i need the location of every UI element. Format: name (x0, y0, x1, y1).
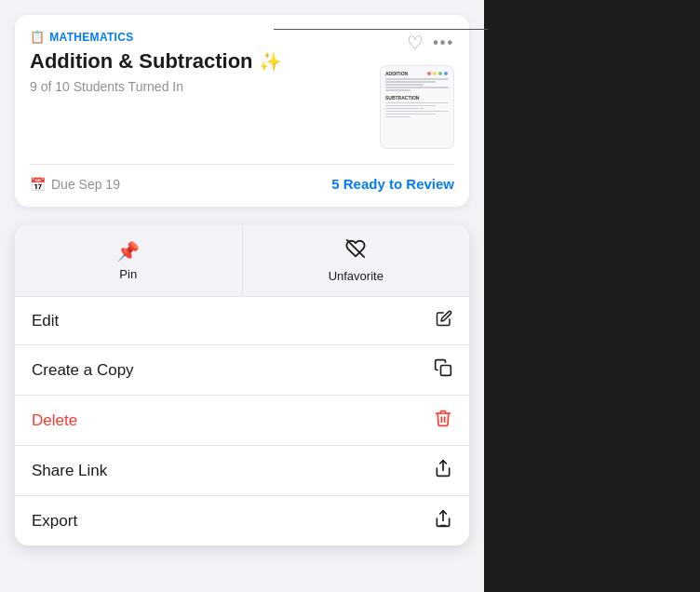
assignment-card: 📋 MATHEMATICS Addition & Subtraction ✨ 9… (15, 15, 469, 207)
worksheet-thumbnail: ADDITION SUBTRACTION (380, 65, 454, 149)
share-icon (434, 459, 452, 482)
export-icon (434, 509, 452, 532)
due-date-text: Due Sep 19 (51, 177, 120, 192)
subject-text: MATHEMATICS (49, 31, 133, 44)
more-options-icon[interactable]: ••• (433, 34, 454, 51)
context-menu: 📌 Pin Unfavorite Edit (15, 225, 469, 545)
assignment-title: Addition & Subtraction ✨ (30, 49, 380, 74)
svg-rect-1 (441, 366, 451, 376)
main-panel: 📋 MATHEMATICS Addition & Subtraction ✨ 9… (0, 0, 484, 592)
students-info: 9 of 10 Students Turned In (30, 79, 380, 94)
unfavorite-button[interactable]: Unfavorite (243, 225, 470, 296)
create-copy-label: Create a Copy (32, 361, 134, 380)
edit-menu-item[interactable]: Edit (15, 297, 469, 345)
card-top: 📋 MATHEMATICS Addition & Subtraction ✨ 9… (30, 30, 454, 149)
card-actions: ♡ ••• (407, 32, 454, 54)
card-bottom: 📅 Due Sep 19 5 Ready to Review (30, 164, 454, 192)
ready-to-review[interactable]: 5 Ready to Review (331, 176, 454, 192)
title-text: Addition & Subtraction (30, 49, 253, 74)
thumbnail-dots (427, 72, 448, 75)
calendar-icon: 📅 (30, 177, 46, 192)
due-date: 📅 Due Sep 19 (30, 177, 120, 192)
heart-icon[interactable]: ♡ (407, 32, 424, 54)
pin-label: Pin (119, 267, 137, 281)
unfavorite-icon (345, 238, 366, 264)
action-row-top: 📌 Pin Unfavorite (15, 225, 469, 297)
edit-icon (436, 310, 452, 331)
card-left: 📋 MATHEMATICS Addition & Subtraction ✨ 9… (30, 30, 380, 94)
export-menu-item[interactable]: Export (15, 496, 469, 545)
create-copy-menu-item[interactable]: Create a Copy (15, 345, 469, 396)
share-link-label: Share Link (32, 462, 107, 480)
sparkle-icon: ✨ (259, 50, 282, 73)
trash-icon (434, 409, 452, 432)
delete-label: Delete (32, 411, 77, 430)
edit-label: Edit (32, 312, 59, 330)
indicator-line (274, 29, 488, 30)
subject-label: 📋 MATHEMATICS (30, 30, 380, 44)
pin-icon: 📌 (116, 240, 140, 262)
copy-icon (434, 358, 452, 382)
export-label: Export (32, 512, 77, 531)
subject-icon: 📋 (30, 30, 45, 44)
delete-menu-item[interactable]: Delete (15, 396, 469, 446)
pin-button[interactable]: 📌 Pin (15, 225, 243, 296)
share-link-menu-item[interactable]: Share Link (15, 446, 469, 496)
unfavorite-label: Unfavorite (329, 269, 384, 283)
